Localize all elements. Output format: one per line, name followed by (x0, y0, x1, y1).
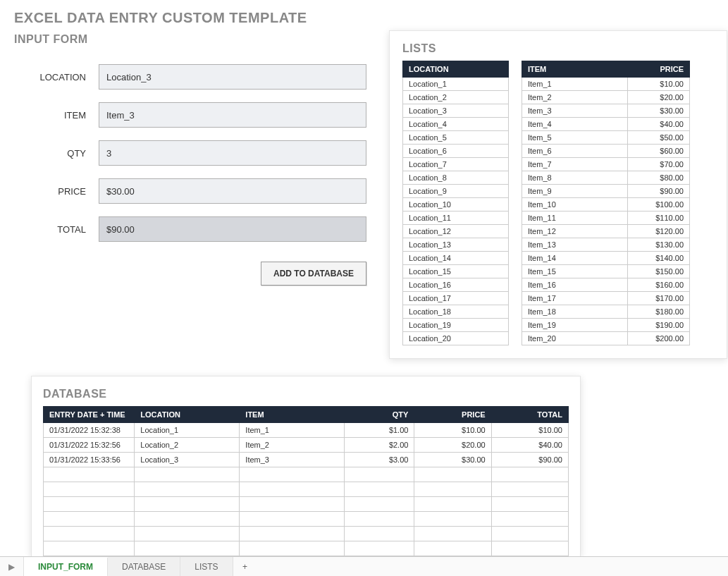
items-table: ITEM PRICE Item_1$10.00Item_2$20.00Item_… (522, 61, 690, 345)
location-cell: Location_4 (403, 118, 509, 131)
db-header-location: LOCATION (135, 407, 240, 423)
locations-header: LOCATION (403, 61, 509, 78)
item-price-cell: $140.00 (628, 252, 690, 265)
locations-table: LOCATION Location_1Location_2Location_3L… (402, 61, 509, 345)
item-name-cell: Item_18 (522, 305, 628, 319)
input-qty[interactable]: 3 (99, 140, 366, 166)
db-cell-empty (240, 467, 345, 482)
item-price-cell: $190.00 (628, 319, 690, 332)
db-cell-price: $10.00 (414, 423, 491, 438)
table-row: 01/31/2022 15:32:38Location_1Item_1$1.00… (44, 423, 569, 438)
db-header-total: TOTAL (491, 407, 568, 423)
db-header-qty: QTY (345, 407, 414, 423)
table-row-empty (44, 541, 569, 556)
item-price-cell: $180.00 (628, 305, 690, 319)
db-cell-location: Location_2 (135, 438, 240, 453)
item-price-cell: $90.00 (628, 185, 690, 198)
item-name-cell: Item_6 (522, 145, 628, 158)
item-price-cell: $100.00 (628, 198, 690, 212)
db-cell-entry: 01/31/2022 15:33:56 (44, 453, 135, 467)
db-cell-price: $30.00 (414, 453, 491, 467)
location-cell: Location_11 (403, 212, 509, 225)
location-cell: Location_9 (403, 185, 509, 198)
lists-panel: LISTS LOCATION Location_1Location_2Locat… (389, 30, 727, 359)
tab-database[interactable]: DATABASE (108, 557, 180, 576)
tab-lists[interactable]: LISTS (180, 557, 233, 576)
input-form-panel: INPUT FORM LOCATION Location_3 ITEM Item… (14, 30, 366, 286)
item-price-cell: $30.00 (628, 104, 690, 118)
location-cell: Location_7 (403, 158, 509, 171)
item-name-cell: Item_10 (522, 198, 628, 212)
item-price-cell: $160.00 (628, 278, 690, 292)
location-cell: Location_15 (403, 265, 509, 278)
db-cell-qty: $1.00 (345, 423, 414, 438)
tab-add-button[interactable]: + (233, 557, 257, 576)
db-cell-empty (414, 527, 491, 541)
db-cell-empty (491, 527, 568, 541)
db-cell-empty (240, 527, 345, 541)
location-cell: Location_20 (403, 332, 509, 345)
db-cell-empty (44, 482, 135, 497)
page-title: EXCEL DATA ENTRY CUSTOM TEMPLATE (0, 0, 728, 30)
lists-title: LISTS (402, 39, 714, 61)
table-row-empty (44, 467, 569, 482)
db-cell-empty (345, 512, 414, 527)
db-cell-empty (135, 497, 240, 512)
db-header-price: PRICE (414, 407, 491, 423)
item-name-cell: Item_12 (522, 225, 628, 238)
input-location[interactable]: Location_3 (99, 64, 366, 90)
sheet-tabs: ▶ INPUT_FORMDATABASELISTS + (0, 556, 728, 576)
db-cell-empty (414, 482, 491, 497)
items-header-price: PRICE (628, 61, 690, 78)
db-cell-empty (44, 467, 135, 482)
item-price-cell: $150.00 (628, 265, 690, 278)
database-table: ENTRY DATE + TIME LOCATION ITEM QTY PRIC… (43, 406, 569, 556)
location-cell: Location_16 (403, 278, 509, 292)
db-cell-empty (414, 541, 491, 556)
item-price-cell: $170.00 (628, 292, 690, 305)
location-cell: Location_6 (403, 145, 509, 158)
db-cell-empty (44, 512, 135, 527)
db-cell-empty (44, 541, 135, 556)
location-cell: Location_17 (403, 292, 509, 305)
location-cell: Location_13 (403, 238, 509, 252)
location-cell: Location_14 (403, 252, 509, 265)
item-name-cell: Item_14 (522, 252, 628, 265)
add-to-database-button[interactable]: ADD TO DATABASE (261, 262, 366, 286)
location-cell: Location_1 (403, 78, 509, 91)
item-name-cell: Item_13 (522, 238, 628, 252)
item-name-cell: Item_5 (522, 131, 628, 145)
db-cell-empty (491, 541, 568, 556)
item-name-cell: Item_8 (522, 171, 628, 185)
item-name-cell: Item_11 (522, 212, 628, 225)
item-price-cell: $120.00 (628, 225, 690, 238)
db-cell-empty (44, 527, 135, 541)
item-price-cell: $50.00 (628, 131, 690, 145)
table-row-empty (44, 497, 569, 512)
db-cell-empty (345, 482, 414, 497)
label-location: LOCATION (14, 72, 99, 82)
input-price[interactable]: $30.00 (99, 178, 366, 204)
item-name-cell: Item_17 (522, 292, 628, 305)
item-name-cell: Item_19 (522, 319, 628, 332)
db-cell-empty (135, 512, 240, 527)
db-cell-empty (135, 541, 240, 556)
db-cell-empty (135, 467, 240, 482)
tab-input_form[interactable]: INPUT_FORM (24, 558, 108, 576)
db-cell-empty (491, 467, 568, 482)
label-qty: QTY (14, 148, 99, 159)
db-cell-empty (135, 527, 240, 541)
db-cell-empty (345, 527, 414, 541)
tab-nav-prev-icon[interactable]: ▶ (0, 557, 24, 576)
table-row: 01/31/2022 15:32:56Location_2Item_2$2.00… (44, 438, 569, 453)
db-cell-empty (240, 497, 345, 512)
database-panel: DATABASE ENTRY DATE + TIME LOCATION ITEM… (31, 376, 581, 557)
db-cell-item: Item_1 (240, 423, 345, 438)
db-cell-price: $20.00 (414, 438, 491, 453)
label-price: PRICE (14, 186, 99, 197)
location-cell: Location_2 (403, 91, 509, 104)
input-item[interactable]: Item_3 (99, 102, 366, 128)
db-cell-empty (414, 497, 491, 512)
table-row-empty (44, 527, 569, 541)
db-cell-total: $10.00 (491, 423, 568, 438)
